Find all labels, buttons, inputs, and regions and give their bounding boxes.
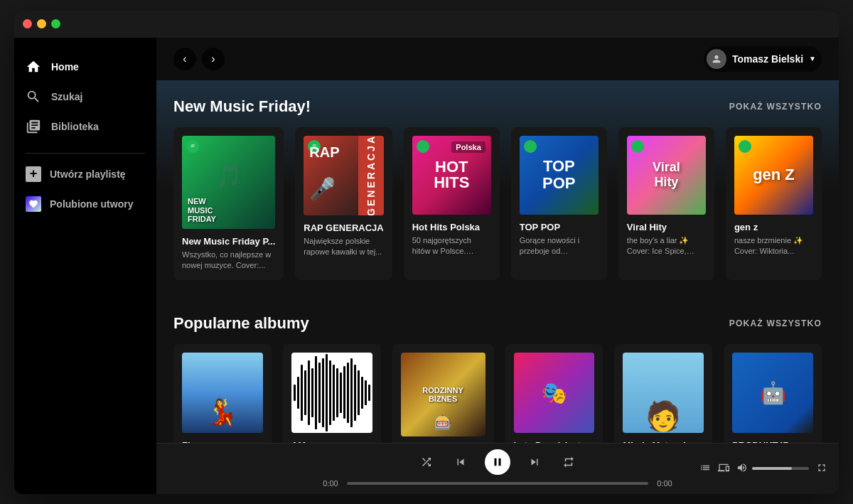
titlebar: [14, 11, 839, 38]
minimize-button[interactable]: [37, 19, 46, 28]
spotify-badge-friday: [186, 140, 199, 153]
card-lata-dwudzieste[interactable]: 🎭 Lata Dwudzieste Dawid Podsiadło: [505, 344, 603, 443]
card-image-hothits: Polska HOTHITS: [412, 136, 491, 215]
maximize-button[interactable]: [51, 19, 60, 28]
sidebar-item-home[interactable]: Home: [14, 52, 156, 82]
queue-icon[interactable]: [699, 462, 711, 476]
card-title-viral: Viral Hity: [627, 222, 706, 232]
topbar: ‹ › Tomasz Bielski ▼: [156, 38, 839, 80]
player-center: 0:00 0:00: [310, 449, 685, 488]
sidebar-item-search[interactable]: Szukaj: [14, 82, 156, 112]
card-hot-hits[interactable]: Polska HOTHITS Hot Hits Polska 50 najgor…: [404, 127, 500, 280]
repeat-button[interactable]: [559, 452, 579, 472]
svg-point-5: [742, 143, 748, 149]
player-controls: [417, 449, 579, 475]
card-produkt47[interactable]: 🤖 PRODUKT47 Oki: [724, 344, 822, 443]
new-music-grid: NEWMUSICFRIDAY 🎵 New Music Friday P... W…: [173, 127, 822, 280]
progress-track[interactable]: [347, 482, 648, 485]
sidebar-liked-songs[interactable]: Polubione utwory: [14, 189, 156, 219]
card-title-toppop: TOP POP: [520, 222, 599, 232]
sidebar: Home Szukaj Biblio: [14, 38, 156, 494]
main-layout: Home Szukaj Biblio: [14, 38, 839, 494]
card-image-lata: 🎭: [514, 353, 595, 434]
card-image-genz: gen Z: [734, 136, 813, 215]
card-gen-z[interactable]: gen Z gen z nasze brzmienie ✨ Cover: Wik…: [726, 127, 822, 280]
card-image-am: [291, 353, 372, 434]
card-title-genz: gen z: [734, 222, 813, 232]
card-viral-hity[interactable]: ViralHity Viral Hity the boy's a liar ✨ …: [618, 127, 714, 280]
right-icons: [699, 462, 827, 476]
card-subtitle-toppop: Gorące nowości i przeboje od światowyc..…: [520, 235, 599, 257]
player-right: [685, 462, 827, 476]
sidebar-home-label: Home: [51, 61, 79, 73]
chevron-down-icon: ▼: [809, 55, 816, 63]
spotify-badge-viral: [631, 140, 644, 153]
card-image-rap: GENERACJA RAP 🎤: [304, 136, 383, 215]
next-button[interactable]: [525, 452, 544, 472]
card-image-viral: ViralHity: [627, 136, 706, 215]
new-music-section: New Music Friday! Pokaż wszystko: [156, 80, 839, 297]
shuffle-button[interactable]: [417, 452, 436, 472]
card-subtitle-rap: Największe polskie rapowe kawałki w tej.…: [304, 236, 383, 258]
search-icon: [26, 89, 41, 104]
spotify-badge-hothits: [417, 140, 429, 153]
card-title-rap: RAP GENERACJA: [304, 222, 383, 233]
devices-icon[interactable]: [718, 462, 729, 476]
home-icon: [26, 59, 41, 75]
sidebar-create-playlist[interactable]: + Utwórz playlistę: [14, 159, 156, 189]
volume-container: [736, 462, 809, 476]
sidebar-library-label: Biblioteka: [51, 121, 99, 132]
volume-fill: [752, 467, 792, 470]
spotify-badge-toppop: [524, 140, 537, 153]
volume-track[interactable]: [752, 467, 809, 470]
sidebar-nav: Home Szukaj Biblio: [14, 46, 156, 147]
card-image-mata: 🧑: [623, 353, 704, 434]
sidebar-search-label: Szukaj: [51, 91, 82, 102]
fullscreen-icon[interactable]: [816, 462, 827, 476]
create-playlist-label: Utwórz playlistę: [50, 168, 126, 180]
card-mlody-matczak[interactable]: 🧑 Młody Matczak Mata: [614, 344, 712, 443]
card-subtitle-genz: nasze brzmienie ✨ Cover: Wiktoria...: [734, 235, 813, 257]
library-icon: [26, 119, 41, 134]
avatar: [707, 49, 726, 69]
main-content: New Music Friday! Pokaż wszystko: [156, 80, 839, 443]
progress-container: 0:00 0:00: [320, 479, 675, 488]
back-button[interactable]: ‹: [173, 48, 196, 70]
card-title-friday: New Music Friday P...: [182, 236, 275, 247]
new-music-title: New Music Friday!: [173, 97, 311, 116]
card-image-biznes: RODZINNYBIZNES 🎰: [401, 353, 485, 437]
svg-point-3: [527, 143, 533, 149]
card-rodzinny-biznes[interactable]: RODZINNYBIZNES 🎰 RODZINNY BIZNES 2115, B…: [392, 344, 494, 443]
svg-point-2: [420, 143, 426, 149]
previous-button[interactable]: [451, 452, 471, 472]
popular-albums-title: Popularne albumy: [173, 314, 309, 333]
card-subtitle-hothits: 50 najgorętszych hitów w Polsce. Cover: …: [412, 235, 491, 257]
heart-icon: [26, 196, 41, 212]
liked-songs-label: Polubione utwory: [50, 198, 133, 210]
forward-button[interactable]: ›: [202, 48, 225, 70]
card-am[interactable]: AM Arctic Monkeys: [283, 344, 381, 443]
popular-albums-header: Popularne albumy Pokaż wszystko: [173, 297, 822, 333]
play-pause-button[interactable]: [485, 449, 510, 475]
card-image-toppop: TOPPOP: [520, 136, 599, 215]
svg-point-4: [635, 143, 640, 149]
nav-arrows: ‹ ›: [173, 48, 225, 70]
new-music-show-all[interactable]: Pokaż wszystko: [729, 102, 822, 112]
add-playlist-icon: +: [26, 166, 41, 182]
time-total: 0:00: [654, 479, 675, 488]
popular-albums-section: Popularne albumy Pokaż wszystko 💃 Flower…: [156, 297, 839, 443]
volume-icon[interactable]: [736, 462, 748, 476]
new-music-header: New Music Friday! Pokaż wszystko: [173, 80, 822, 116]
card-rap-generacja[interactable]: GENERACJA RAP 🎤 RAP GENERACJA Największe…: [295, 127, 392, 280]
sidebar-divider: [26, 153, 145, 154]
card-subtitle-viral: the boy's a liar ✨ Cover: Ice Spice, Pin…: [627, 235, 706, 257]
card-new-music-friday[interactable]: NEWMUSICFRIDAY 🎵 New Music Friday P... W…: [173, 127, 284, 280]
card-top-pop[interactable]: TOPPOP TOP POP Gorące nowości i przeboje…: [511, 127, 607, 280]
close-button[interactable]: [23, 19, 32, 28]
popular-albums-grid: 💃 Flowers Miley Cyrus: [173, 344, 822, 443]
card-flowers[interactable]: 💃 Flowers Miley Cyrus: [173, 344, 272, 443]
waveform: [291, 353, 372, 434]
popular-albums-show-all[interactable]: Pokaż wszystko: [729, 318, 822, 328]
user-area[interactable]: Tomasz Bielski ▼: [704, 46, 822, 72]
sidebar-item-library[interactable]: Biblioteka: [14, 112, 156, 141]
